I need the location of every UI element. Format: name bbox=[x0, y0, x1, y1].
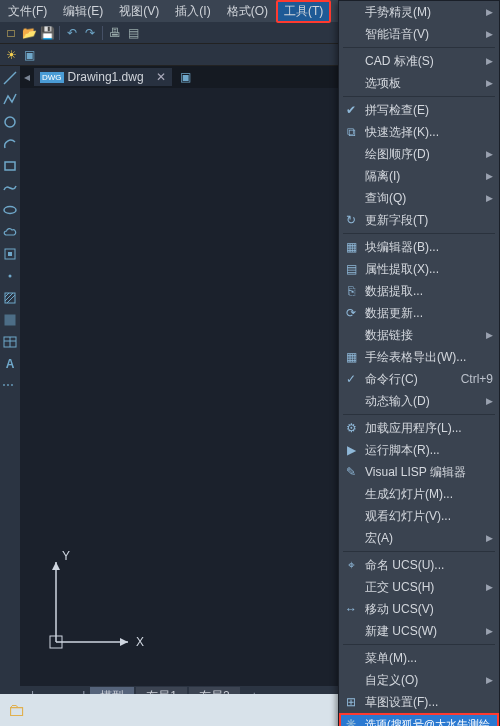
svg-point-3 bbox=[4, 207, 16, 214]
menu-item[interactable]: ↻更新字段(T) bbox=[339, 209, 499, 231]
print-icon[interactable]: 🖶 bbox=[107, 25, 123, 41]
svg-marker-17 bbox=[120, 638, 128, 646]
close-icon[interactable]: ✕ bbox=[156, 70, 166, 84]
submenu-arrow-icon: ▶ bbox=[486, 29, 493, 39]
tab-prev-icon[interactable]: ◂ bbox=[24, 70, 30, 84]
menu-item[interactable]: ✎Visual LISP 编辑器 bbox=[339, 461, 499, 483]
menu-item[interactable]: 自定义(O)▶ bbox=[339, 669, 499, 691]
menu-item[interactable]: ❋选项(搜狐号@大水牛测绘 bbox=[339, 713, 499, 726]
menu-item[interactable]: ✔拼写检查(E) bbox=[339, 99, 499, 121]
menu-item[interactable]: 文件(F) bbox=[0, 0, 55, 23]
dwg-icon: DWG bbox=[40, 72, 64, 83]
menu-item[interactable]: ✓命令行(C)Ctrl+9 bbox=[339, 368, 499, 390]
menu-item-label: 隔离(I) bbox=[365, 168, 480, 185]
menu-item[interactable]: 正交 UCS(H)▶ bbox=[339, 576, 499, 598]
document-tab[interactable]: DWG Drawing1.dwg ✕ bbox=[34, 68, 172, 86]
menu-item[interactable]: ▤属性提取(X)... bbox=[339, 258, 499, 280]
submenu-arrow-icon: ▶ bbox=[486, 56, 493, 66]
svg-line-9 bbox=[5, 293, 13, 301]
menu-item-label: 数据链接 bbox=[365, 327, 480, 344]
menu-item[interactable]: 新建 UCS(W)▶ bbox=[339, 620, 499, 642]
x-label: X bbox=[136, 635, 144, 649]
text-icon[interactable]: A bbox=[2, 356, 18, 372]
menu-item[interactable]: 绘图顺序(D)▶ bbox=[339, 143, 499, 165]
submenu-arrow-icon: ▶ bbox=[486, 396, 493, 406]
ellipse-icon[interactable] bbox=[2, 202, 18, 218]
menu-item[interactable]: ⊞草图设置(F)... bbox=[339, 691, 499, 713]
circle-icon[interactable] bbox=[2, 114, 18, 130]
menu-item[interactable]: 隔离(I)▶ bbox=[339, 165, 499, 187]
table-icon[interactable] bbox=[2, 334, 18, 350]
line-icon[interactable] bbox=[2, 70, 18, 86]
new-icon[interactable]: □ bbox=[3, 25, 19, 41]
svg-rect-7 bbox=[5, 293, 15, 303]
svg-text:A: A bbox=[6, 357, 15, 371]
blank-icon bbox=[343, 75, 359, 91]
tools-menu-dropdown: 手势精灵(M)▶智能语音(V)▶CAD 标准(S)▶选项板▶✔拼写检查(E)⧉快… bbox=[338, 0, 500, 726]
tbl-icon: ▦ bbox=[343, 349, 359, 365]
menu-item-label: 更新字段(T) bbox=[365, 212, 493, 229]
spline-icon[interactable] bbox=[2, 180, 18, 196]
menu-item[interactable]: ⧉快速选择(K)... bbox=[339, 121, 499, 143]
blank-icon bbox=[343, 623, 359, 639]
blank-icon bbox=[343, 650, 359, 666]
submenu-arrow-icon: ▶ bbox=[486, 78, 493, 88]
blank-icon bbox=[343, 26, 359, 42]
blank-icon bbox=[343, 672, 359, 688]
arc-icon[interactable] bbox=[2, 136, 18, 152]
menu-item[interactable]: ⌖命名 UCS(U)... bbox=[339, 554, 499, 576]
rect-icon[interactable] bbox=[2, 158, 18, 174]
menu-item[interactable]: 菜单(M)... bbox=[339, 647, 499, 669]
submenu-arrow-icon: ▶ bbox=[486, 171, 493, 181]
redo-icon[interactable]: ↷ bbox=[82, 25, 98, 41]
open-icon[interactable]: 📂 bbox=[21, 25, 37, 41]
menu-item[interactable]: 手势精灵(M)▶ bbox=[339, 1, 499, 23]
plot-icon[interactable]: ▤ bbox=[125, 25, 141, 41]
pline-icon[interactable] bbox=[2, 92, 18, 108]
document-name: Drawing1.dwg bbox=[68, 70, 144, 84]
hatch-icon[interactable] bbox=[2, 290, 18, 306]
blank-icon bbox=[343, 530, 359, 546]
submenu-arrow-icon: ▶ bbox=[486, 675, 493, 685]
menu-item[interactable]: 格式(O) bbox=[219, 0, 276, 23]
cloud-icon[interactable] bbox=[2, 224, 18, 240]
menu-item-label: Visual LISP 编辑器 bbox=[365, 464, 493, 481]
menu-item[interactable]: 动态输入(D)▶ bbox=[339, 390, 499, 412]
block-icon[interactable] bbox=[2, 246, 18, 262]
menu-item-label: 草图设置(F)... bbox=[365, 694, 493, 711]
point-icon[interactable] bbox=[2, 268, 18, 284]
menu-item[interactable]: 编辑(E) bbox=[55, 0, 111, 23]
new-tab-icon[interactable]: ▣ bbox=[180, 70, 191, 84]
menu-item[interactable]: 数据链接▶ bbox=[339, 324, 499, 346]
menu-item[interactable]: CAD 标准(S)▶ bbox=[339, 50, 499, 72]
menu-item[interactable]: 宏(A)▶ bbox=[339, 527, 499, 549]
menu-item[interactable]: ▦块编辑器(B)... bbox=[339, 236, 499, 258]
draw-toolbar: A ⋯ bbox=[0, 66, 20, 706]
menu-item[interactable]: ⟳数据更新... bbox=[339, 302, 499, 324]
menu-item[interactable]: 智能语音(V)▶ bbox=[339, 23, 499, 45]
menu-item-label: CAD 标准(S) bbox=[365, 53, 480, 70]
blank-icon bbox=[343, 190, 359, 206]
menu-item-label: 加载应用程序(L)... bbox=[365, 420, 493, 437]
menu-item[interactable]: ↔移动 UCS(V) bbox=[339, 598, 499, 620]
menu-item[interactable]: 工具(T) bbox=[276, 0, 331, 23]
blank-icon bbox=[343, 508, 359, 524]
more-icon[interactable]: ⋯ bbox=[2, 378, 18, 394]
menu-item[interactable]: ⎘数据提取... bbox=[339, 280, 499, 302]
menu-item[interactable]: 选项板▶ bbox=[339, 72, 499, 94]
menu-item[interactable]: ⚙加载应用程序(L)... bbox=[339, 417, 499, 439]
menu-item[interactable]: ▦手绘表格导出(W)... bbox=[339, 346, 499, 368]
light-icon[interactable]: ☀ bbox=[3, 47, 19, 63]
menu-item[interactable]: 观看幻灯片(V)... bbox=[339, 505, 499, 527]
layer-icon[interactable]: ▣ bbox=[21, 47, 37, 63]
save-icon[interactable]: 💾 bbox=[39, 25, 55, 41]
menu-item[interactable]: 生成幻灯片(M)... bbox=[339, 483, 499, 505]
menu-item[interactable]: ▶运行脚本(R)... bbox=[339, 439, 499, 461]
menu-item[interactable]: 插入(I) bbox=[167, 0, 218, 23]
menu-item[interactable]: 查询(Q)▶ bbox=[339, 187, 499, 209]
svg-line-0 bbox=[4, 72, 16, 84]
undo-icon[interactable]: ↶ bbox=[64, 25, 80, 41]
menu-item[interactable]: 视图(V) bbox=[111, 0, 167, 23]
region-icon[interactable] bbox=[2, 312, 18, 328]
explorer-icon[interactable]: 🗀 bbox=[8, 700, 26, 721]
